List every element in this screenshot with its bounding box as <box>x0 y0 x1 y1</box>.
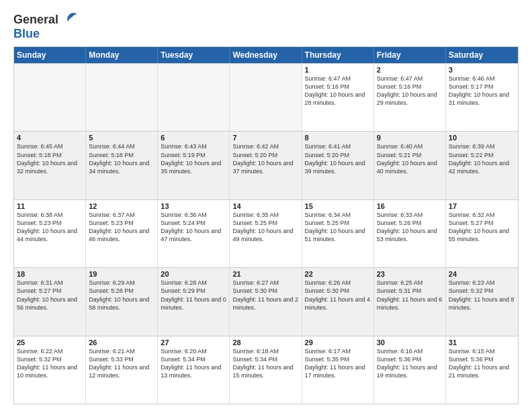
day-number: 26 <box>89 338 154 347</box>
day-number: 16 <box>377 202 443 210</box>
cal-header-saturday: Saturday <box>446 47 518 63</box>
day-info: Sunrise: 6:20 AMSunset: 5:34 PMDaylight:… <box>161 347 226 380</box>
cal-cell-24: 24Sunrise: 6:23 AMSunset: 5:32 PMDayligh… <box>446 268 518 335</box>
day-info: Sunrise: 6:22 AMSunset: 5:32 PMDaylight:… <box>17 347 83 380</box>
cal-cell-27: 27Sunrise: 6:20 AMSunset: 5:34 PMDayligh… <box>158 336 230 404</box>
cal-cell-28: 28Sunrise: 6:18 AMSunset: 5:34 PMDayligh… <box>230 336 302 404</box>
day-number: 10 <box>449 134 515 142</box>
day-info: Sunrise: 6:39 AMSunset: 5:22 PMDaylight:… <box>449 142 515 175</box>
day-number: 12 <box>89 202 154 210</box>
day-info: Sunrise: 6:47 AMSunset: 5:16 PMDaylight:… <box>377 75 443 107</box>
cal-cell-25: 25Sunrise: 6:22 AMSunset: 5:32 PMDayligh… <box>14 336 86 404</box>
calendar-week-2: 4Sunrise: 6:45 AMSunset: 5:18 PMDaylight… <box>14 131 518 199</box>
cal-cell-10: 10Sunrise: 6:39 AMSunset: 5:22 PMDayligh… <box>446 132 518 199</box>
cal-header-sunday: Sunday <box>14 47 86 63</box>
day-number: 11 <box>17 202 83 210</box>
cal-cell-1: 1Sunrise: 6:47 AMSunset: 5:16 PMDaylight… <box>302 64 374 131</box>
day-info: Sunrise: 6:31 AMSunset: 5:27 PMDaylight:… <box>17 279 83 312</box>
day-info: Sunrise: 6:26 AMSunset: 5:30 PMDaylight:… <box>305 279 371 312</box>
day-number: 9 <box>377 134 443 142</box>
cal-cell-empty-2 <box>158 64 230 131</box>
day-number: 29 <box>305 338 371 347</box>
cal-cell-3: 3Sunrise: 6:46 AMSunset: 5:17 PMDaylight… <box>446 64 518 131</box>
day-info: Sunrise: 6:46 AMSunset: 5:17 PMDaylight:… <box>449 75 515 107</box>
day-number: 23 <box>377 270 443 278</box>
cal-cell-22: 22Sunrise: 6:26 AMSunset: 5:30 PMDayligh… <box>302 268 374 335</box>
day-info: Sunrise: 6:41 AMSunset: 5:20 PMDaylight:… <box>305 142 371 175</box>
calendar-body: 1Sunrise: 6:47 AMSunset: 5:16 PMDaylight… <box>14 63 518 404</box>
cal-header-friday: Friday <box>374 47 446 63</box>
day-info: Sunrise: 6:21 AMSunset: 5:33 PMDaylight:… <box>89 347 154 380</box>
day-info: Sunrise: 6:17 AMSunset: 5:35 PMDaylight:… <box>305 347 371 380</box>
day-info: Sunrise: 6:29 AMSunset: 5:28 PMDaylight:… <box>89 279 154 312</box>
cal-cell-9: 9Sunrise: 6:40 AMSunset: 5:21 PMDaylight… <box>374 132 446 199</box>
day-number: 15 <box>305 202 371 210</box>
day-number: 25 <box>17 338 83 347</box>
cal-cell-15: 15Sunrise: 6:34 AMSunset: 5:25 PMDayligh… <box>302 200 374 267</box>
day-info: Sunrise: 6:45 AMSunset: 5:18 PMDaylight:… <box>17 142 83 175</box>
day-number: 22 <box>305 270 371 278</box>
logo-blue: Blue <box>13 27 40 40</box>
day-number: 13 <box>161 202 226 210</box>
day-info: Sunrise: 6:38 AMSunset: 5:23 PMDaylight:… <box>17 211 83 244</box>
day-number: 17 <box>449 202 515 210</box>
day-info: Sunrise: 6:40 AMSunset: 5:21 PMDaylight:… <box>377 142 443 175</box>
day-info: Sunrise: 6:25 AMSunset: 5:31 PMDaylight:… <box>377 279 443 312</box>
calendar-week-3: 11Sunrise: 6:38 AMSunset: 5:23 PMDayligh… <box>14 199 518 267</box>
day-number: 24 <box>449 270 515 278</box>
day-info: Sunrise: 6:32 AMSunset: 5:27 PMDaylight:… <box>449 211 515 244</box>
day-number: 4 <box>17 134 83 142</box>
day-info: Sunrise: 6:37 AMSunset: 5:23 PMDaylight:… <box>89 211 154 244</box>
logo-text: General <box>13 13 58 27</box>
cal-cell-7: 7Sunrise: 6:42 AMSunset: 5:20 PMDaylight… <box>230 132 302 199</box>
day-info: Sunrise: 6:23 AMSunset: 5:32 PMDaylight:… <box>449 279 515 312</box>
cal-cell-30: 30Sunrise: 6:16 AMSunset: 5:36 PMDayligh… <box>374 336 446 404</box>
day-number: 19 <box>89 270 154 278</box>
cal-cell-19: 19Sunrise: 6:29 AMSunset: 5:28 PMDayligh… <box>86 268 158 335</box>
cal-header-tuesday: Tuesday <box>158 47 230 63</box>
day-number: 20 <box>161 270 226 278</box>
cal-cell-empty-0 <box>14 64 86 131</box>
cal-cell-8: 8Sunrise: 6:41 AMSunset: 5:20 PMDaylight… <box>302 132 374 199</box>
cal-cell-16: 16Sunrise: 6:33 AMSunset: 5:26 PMDayligh… <box>374 200 446 267</box>
page: General Blue SundayMondayTuesdayWednesda… <box>0 0 532 411</box>
day-info: Sunrise: 6:36 AMSunset: 5:24 PMDaylight:… <box>161 211 226 244</box>
day-info: Sunrise: 6:47 AMSunset: 5:16 PMDaylight:… <box>305 75 371 107</box>
day-number: 8 <box>305 134 371 142</box>
logo: General Blue <box>13 12 77 41</box>
day-info: Sunrise: 6:15 AMSunset: 5:36 PMDaylight:… <box>449 347 515 380</box>
day-number: 6 <box>161 134 226 142</box>
day-info: Sunrise: 6:44 AMSunset: 5:18 PMDaylight:… <box>89 142 154 175</box>
cal-cell-23: 23Sunrise: 6:25 AMSunset: 5:31 PMDayligh… <box>374 268 446 335</box>
cal-cell-2: 2Sunrise: 6:47 AMSunset: 5:16 PMDaylight… <box>374 64 446 131</box>
cal-header-wednesday: Wednesday <box>230 47 302 63</box>
calendar-header: SundayMondayTuesdayWednesdayThursdayFrid… <box>14 47 518 63</box>
cal-cell-empty-3 <box>230 64 302 131</box>
day-number: 31 <box>449 338 515 347</box>
cal-cell-13: 13Sunrise: 6:36 AMSunset: 5:24 PMDayligh… <box>158 200 230 267</box>
header: General Blue <box>13 12 519 41</box>
cal-cell-4: 4Sunrise: 6:45 AMSunset: 5:18 PMDaylight… <box>14 132 86 199</box>
cal-cell-26: 26Sunrise: 6:21 AMSunset: 5:33 PMDayligh… <box>86 336 158 404</box>
day-number: 27 <box>161 338 226 347</box>
day-info: Sunrise: 6:18 AMSunset: 5:34 PMDaylight:… <box>232 347 298 380</box>
calendar: SundayMondayTuesdayWednesdayThursdayFrid… <box>13 46 519 404</box>
cal-cell-14: 14Sunrise: 6:35 AMSunset: 5:25 PMDayligh… <box>230 200 302 267</box>
day-info: Sunrise: 6:43 AMSunset: 5:19 PMDaylight:… <box>161 142 226 175</box>
cal-cell-31: 31Sunrise: 6:15 AMSunset: 5:36 PMDayligh… <box>446 336 518 404</box>
cal-header-thursday: Thursday <box>302 47 374 63</box>
calendar-week-4: 18Sunrise: 6:31 AMSunset: 5:27 PMDayligh… <box>14 267 518 335</box>
cal-cell-17: 17Sunrise: 6:32 AMSunset: 5:27 PMDayligh… <box>446 200 518 267</box>
day-number: 28 <box>232 338 298 347</box>
day-number: 30 <box>377 338 443 347</box>
cal-cell-5: 5Sunrise: 6:44 AMSunset: 5:18 PMDaylight… <box>86 132 158 199</box>
day-number: 3 <box>449 66 515 74</box>
day-info: Sunrise: 6:42 AMSunset: 5:20 PMDaylight:… <box>232 142 298 175</box>
day-info: Sunrise: 6:27 AMSunset: 5:30 PMDaylight:… <box>232 279 298 312</box>
cal-cell-20: 20Sunrise: 6:28 AMSunset: 5:29 PMDayligh… <box>158 268 230 335</box>
cal-cell-6: 6Sunrise: 6:43 AMSunset: 5:19 PMDaylight… <box>158 132 230 199</box>
day-number: 7 <box>232 134 298 142</box>
day-info: Sunrise: 6:16 AMSunset: 5:36 PMDaylight:… <box>377 347 443 380</box>
cal-cell-29: 29Sunrise: 6:17 AMSunset: 5:35 PMDayligh… <box>302 336 374 404</box>
cal-cell-18: 18Sunrise: 6:31 AMSunset: 5:27 PMDayligh… <box>14 268 86 335</box>
